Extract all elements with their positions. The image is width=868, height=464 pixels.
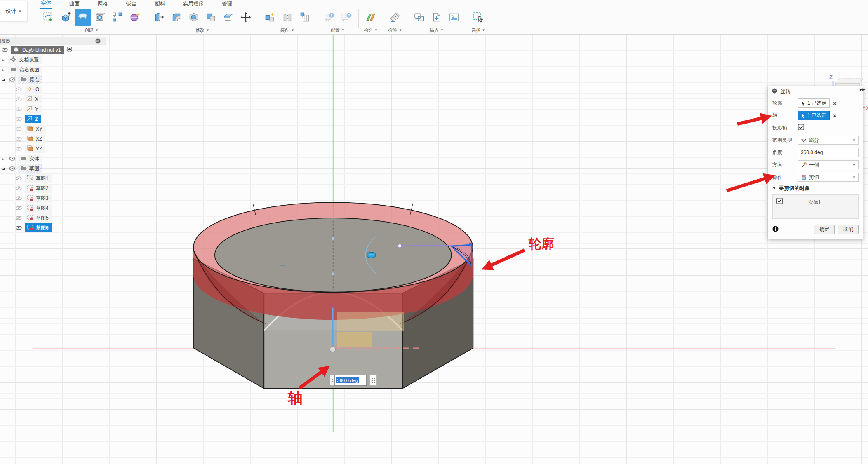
new-component-icon[interactable] <box>262 9 278 26</box>
hole-icon[interactable] <box>92 9 108 26</box>
browser-row-axis-y[interactable]: Y <box>0 104 106 114</box>
canvas-icon[interactable] <box>446 9 462 26</box>
project-axis-checkbox[interactable] <box>798 124 804 131</box>
tab-plastic[interactable]: 塑料 <box>153 0 166 9</box>
visibility-eye-icon[interactable] <box>15 97 22 101</box>
activate-radio-icon[interactable] <box>66 46 73 54</box>
group-label-insert[interactable]: 插入▼ <box>430 27 444 33</box>
visibility-eye-off-icon[interactable] <box>15 216 22 220</box>
collapse-arrow-icon[interactable]: ◢ <box>1 77 6 82</box>
profile-clear-icon[interactable]: × <box>833 100 837 106</box>
visibility-eye-off-icon[interactable] <box>15 206 22 210</box>
browser-row-axis-x[interactable]: X <box>0 94 106 104</box>
browser-row-root[interactable]: Day5-blind nut v1 <box>0 45 106 55</box>
angle-spinner[interactable] <box>330 375 334 386</box>
browser-row-document-settings[interactable]: ▸ 文档设置 <box>0 55 106 65</box>
press-pull-icon[interactable] <box>151 9 167 26</box>
info-icon[interactable] <box>772 226 779 233</box>
group-label-create[interactable]: 创建▼ <box>85 27 99 33</box>
browser-row-plane-xz[interactable]: XZ <box>0 134 106 144</box>
panel-expand-icon[interactable]: ▶▶ <box>860 87 865 91</box>
cancel-button[interactable]: 取消 <box>838 225 859 234</box>
as-built-joint-icon[interactable] <box>296 9 313 26</box>
collapse-arrow-icon[interactable]: ◢ <box>1 166 6 171</box>
browser-row-bodies[interactable]: ▸ 实体 <box>0 154 106 164</box>
revolve-icon[interactable] <box>75 9 91 26</box>
tab-mesh[interactable]: 网格 <box>96 0 109 9</box>
move-icon[interactable] <box>238 9 254 26</box>
group-label-modify[interactable]: 修改▼ <box>195 27 209 33</box>
drag-handle-icon[interactable] <box>369 375 377 386</box>
tab-utilities[interactable]: 实用程序 <box>182 0 205 9</box>
browser-collapse-icon[interactable] <box>95 38 101 44</box>
visibility-eye-icon[interactable] <box>15 87 22 91</box>
tab-sheetmetal[interactable]: 钣金 <box>125 0 138 9</box>
visibility-eye-off-icon[interactable] <box>15 186 22 190</box>
measure-icon[interactable] <box>387 9 403 26</box>
tab-surface[interactable]: 曲面 <box>68 0 81 9</box>
dialog-titlebar[interactable]: 旋转 <box>768 86 863 97</box>
operation-select[interactable]: 剪切 ▼ <box>798 173 859 182</box>
joint-icon[interactable] <box>279 9 296 26</box>
combine-icon[interactable] <box>203 9 219 26</box>
model-canvas[interactable]: 360.0 deg 前 Z X <box>0 35 868 464</box>
direction-select[interactable]: 一侧 ▼ <box>798 160 859 169</box>
browser-row-sketch1[interactable]: 草图1 <box>0 173 106 183</box>
angle-field[interactable]: 360.0 deg <box>798 148 859 157</box>
expand-arrow-icon[interactable]: ▸ <box>1 68 6 72</box>
fillet-icon[interactable] <box>168 9 185 26</box>
browser-row-sketch4[interactable]: 草图4 <box>0 203 106 213</box>
form-icon[interactable] <box>127 9 143 26</box>
visibility-eye-icon[interactable] <box>15 137 22 141</box>
visibility-eye-off-icon[interactable] <box>8 77 16 82</box>
ok-button[interactable]: 确定 <box>814 225 835 234</box>
browser-row-plane-xy[interactable]: XY <box>0 124 106 134</box>
browser-row-sketch3[interactable]: 草图3 <box>0 193 106 203</box>
angle-input[interactable]: 360.0 deg <box>334 375 367 386</box>
offset-face-icon[interactable] <box>220 9 237 26</box>
visibility-eye-icon[interactable] <box>15 107 22 111</box>
browser-row-sketches[interactable]: ◢ 草图 <box>0 164 106 173</box>
browser-row-origin-o[interactable]: O <box>0 84 106 94</box>
browser-row-axis-z-selected[interactable]: Z <box>0 114 106 124</box>
group-label-inspect[interactable]: 检验▼ <box>388 27 402 33</box>
extrude-icon[interactable] <box>57 9 74 26</box>
visibility-eye-icon[interactable] <box>15 147 22 151</box>
visibility-eye-icon[interactable] <box>15 226 22 230</box>
insert-mesh-icon[interactable] <box>428 9 445 26</box>
extent-type-select[interactable]: 部分 ▼ <box>798 136 859 145</box>
expand-arrow-icon[interactable]: ▸ <box>1 58 6 62</box>
group-label-select[interactable]: 选择▼ <box>471 27 485 33</box>
body1-checkbox[interactable] <box>776 198 783 205</box>
tab-manage[interactable]: 管理 <box>221 0 233 9</box>
axis-clear-icon[interactable]: × <box>833 112 837 119</box>
visibility-eye-icon[interactable] <box>8 157 16 161</box>
profile-selection-chip[interactable]: 1 已选定 <box>798 98 830 108</box>
group-label-construct[interactable]: 构造▼ <box>364 27 378 33</box>
select-icon[interactable] <box>470 9 487 26</box>
browser-row-sketch5[interactable]: 草图5 <box>0 213 106 223</box>
visibility-eye-icon[interactable] <box>8 166 16 171</box>
objects-to-cut-section[interactable]: ▼ 要剪切的对象 <box>768 183 863 193</box>
visibility-eye-icon[interactable] <box>1 48 8 52</box>
browser-row-named-views[interactable]: ▸ 命名视图 <box>0 65 106 75</box>
construction-plane-icon[interactable] <box>362 9 379 26</box>
configure-icon[interactable] <box>321 9 337 26</box>
create-sketch-icon[interactable] <box>40 9 56 26</box>
group-label-configure[interactable]: 配置▼ <box>331 27 345 33</box>
model-scene[interactable] <box>0 35 868 464</box>
browser-row-sketch2[interactable]: 草图2 <box>0 183 106 193</box>
dialog-collapse-icon[interactable] <box>772 88 777 95</box>
browser-row-origin[interactable]: ◢ 原点 <box>0 75 106 84</box>
group-label-assemble[interactable]: 装配▼ <box>280 27 294 33</box>
pattern-icon[interactable] <box>109 9 126 26</box>
tab-solid[interactable]: 实体 <box>40 0 52 9</box>
browser-row-sketch6-selected[interactable]: 草图6 <box>0 223 106 233</box>
visibility-eye-icon[interactable] <box>15 127 22 131</box>
visibility-eye-icon[interactable] <box>15 117 22 121</box>
workspace-selector[interactable]: 设计 ▼ <box>0 1 27 21</box>
expand-arrow-icon[interactable]: ▸ <box>1 157 6 161</box>
angle-input-group[interactable]: 360.0 deg <box>330 375 377 386</box>
visibility-eye-off-icon[interactable] <box>15 176 22 180</box>
shell-icon[interactable] <box>186 9 202 26</box>
